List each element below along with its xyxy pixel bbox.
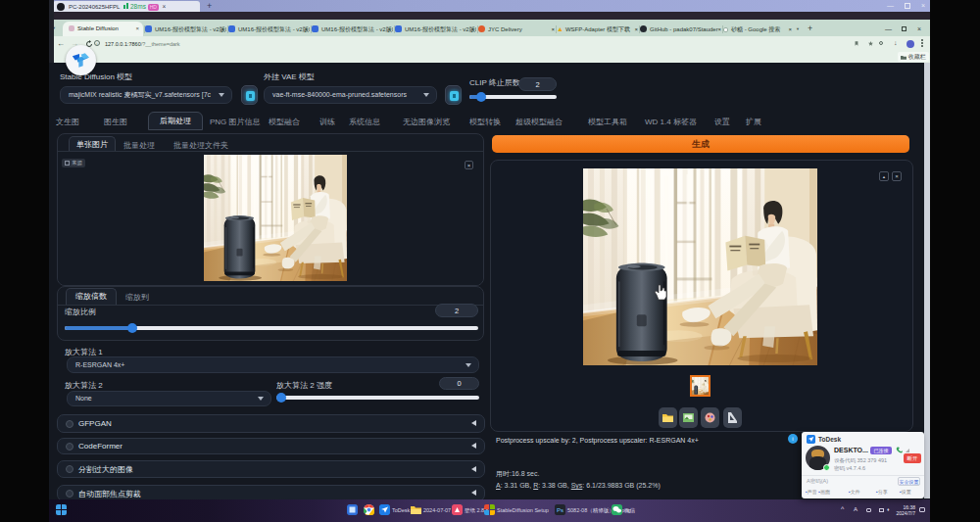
svg-text:Ps: Ps bbox=[557, 507, 564, 513]
